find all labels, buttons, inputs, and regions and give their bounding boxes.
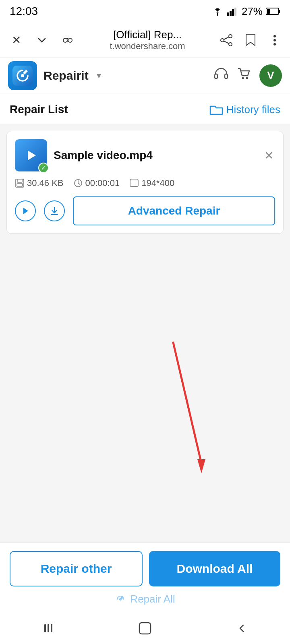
svg-rect-23: [225, 74, 228, 78]
resolution-icon: [129, 178, 139, 188]
bottom-buttons: Repair other Download All: [10, 551, 280, 586]
svg-rect-1: [227, 12, 229, 16]
advanced-repair-label: Advanced Repair: [128, 204, 220, 217]
signal-icon: [227, 7, 238, 16]
app-name-dropdown-arrow[interactable]: ▾: [97, 70, 101, 81]
folder-icon: [209, 104, 223, 115]
svg-point-0: [217, 14, 218, 16]
svg-rect-29: [17, 184, 23, 186]
remove-file-button[interactable]: ✕: [263, 147, 275, 164]
file-resolution-meta: 194*400: [129, 178, 174, 188]
status-icons: 27%: [211, 5, 280, 18]
svg-rect-2: [230, 11, 232, 16]
system-nav: [0, 612, 290, 644]
app-name: Repairit: [44, 69, 89, 83]
repair-list-title: Repair List: [10, 103, 68, 116]
svg-point-41: [119, 598, 122, 601]
svg-rect-6: [279, 10, 280, 13]
browser-url-area: [Official] Rep... t.wondershare.com: [84, 29, 211, 52]
svg-rect-4: [234, 8, 236, 16]
avatar[interactable]: V: [259, 64, 282, 87]
svg-point-9: [68, 38, 72, 42]
system-menu-button[interactable]: [36, 616, 60, 640]
svg-line-32: [78, 183, 80, 184]
advanced-repair-button[interactable]: Advanced Repair: [73, 196, 275, 225]
expand-button[interactable]: [32, 31, 52, 50]
svg-point-24: [242, 77, 244, 79]
file-thumbnail: ✓: [15, 139, 47, 171]
svg-marker-26: [28, 151, 36, 160]
bookmark-button[interactable]: [242, 31, 259, 49]
battery-text: 27%: [242, 5, 263, 18]
svg-rect-44: [51, 624, 52, 632]
check-circle: ✓: [39, 163, 48, 172]
file-resolution: 194*400: [141, 178, 174, 188]
download-button[interactable]: [44, 200, 65, 221]
browser-domain: t.wondershare.com: [110, 41, 185, 52]
status-bar: 12:03 27%: [0, 0, 290, 23]
file-actions: Advanced Repair: [15, 196, 275, 225]
svg-marker-40: [197, 459, 205, 473]
download-all-label: Download All: [177, 562, 253, 576]
more-button[interactable]: [266, 31, 284, 49]
repair-all-row[interactable]: Repair All: [10, 593, 280, 605]
file-card-header: ✓ Sample video.mp4 ✕: [15, 139, 275, 171]
bottom-bar: Repair other Download All Repair All: [0, 543, 290, 612]
app-header: Repairit ▾ V: [0, 58, 290, 93]
repair-all-icon: [115, 594, 126, 605]
download-all-button[interactable]: Download All: [149, 551, 280, 586]
svg-rect-3: [232, 9, 234, 16]
svg-rect-43: [48, 624, 49, 632]
svg-rect-45: [139, 623, 151, 634]
svg-point-21: [21, 74, 24, 77]
play-icon: [24, 148, 38, 163]
repair-other-label: Repair other: [41, 562, 112, 576]
svg-point-25: [246, 77, 248, 79]
cart-icon-btn[interactable]: [237, 67, 251, 85]
file-duration-meta: 00:00:01: [73, 178, 120, 188]
svg-line-15: [224, 37, 229, 39]
file-size: 30.46 KB: [27, 178, 64, 188]
app-logo: [8, 61, 37, 90]
save-icon: [15, 178, 25, 188]
close-button[interactable]: ✕: [6, 31, 26, 50]
headset-icon-btn[interactable]: [213, 66, 229, 85]
svg-line-16: [224, 41, 229, 43]
history-files-label: History files: [226, 103, 280, 116]
repair-other-button[interactable]: Repair other: [10, 551, 143, 586]
system-home-button[interactable]: [133, 616, 157, 640]
svg-point-8: [63, 38, 67, 42]
svg-rect-42: [44, 624, 46, 632]
svg-point-17: [273, 35, 276, 37]
history-files-link[interactable]: History files: [209, 103, 280, 116]
svg-rect-28: [17, 179, 22, 182]
repair-list-header: Repair List History files: [0, 93, 290, 124]
battery-icon: [266, 7, 280, 15]
red-arrow: [0, 339, 290, 483]
browser-title: [Official] Rep...: [113, 29, 182, 41]
clock-icon: [73, 178, 83, 188]
svg-point-12: [229, 35, 232, 38]
file-duration: 00:00:01: [85, 178, 120, 188]
app-header-right: V: [213, 64, 282, 87]
svg-point-14: [229, 43, 232, 46]
file-size-meta: 30.46 KB: [15, 178, 64, 188]
svg-rect-33: [130, 180, 138, 186]
svg-line-39: [173, 343, 201, 463]
browser-actions: [218, 31, 284, 49]
status-time: 12:03: [10, 5, 38, 18]
system-back-button[interactable]: [230, 616, 254, 640]
share-button[interactable]: [218, 31, 235, 49]
arrow-container: [0, 339, 290, 483]
play-button[interactable]: [15, 200, 36, 221]
repairit-logo-svg: [12, 66, 33, 86]
browser-bar: ✕ [Official] Rep... t.wondershare.com: [0, 23, 290, 58]
repair-all-label: Repair All: [130, 593, 175, 605]
tabs-button[interactable]: [58, 31, 77, 50]
check-badge: ✓: [38, 163, 49, 173]
svg-point-19: [273, 43, 276, 45]
main-content: Repair List History files ✓ Sample video…: [0, 93, 290, 617]
svg-point-18: [273, 39, 276, 41]
svg-rect-22: [215, 74, 218, 78]
svg-rect-7: [267, 9, 270, 14]
